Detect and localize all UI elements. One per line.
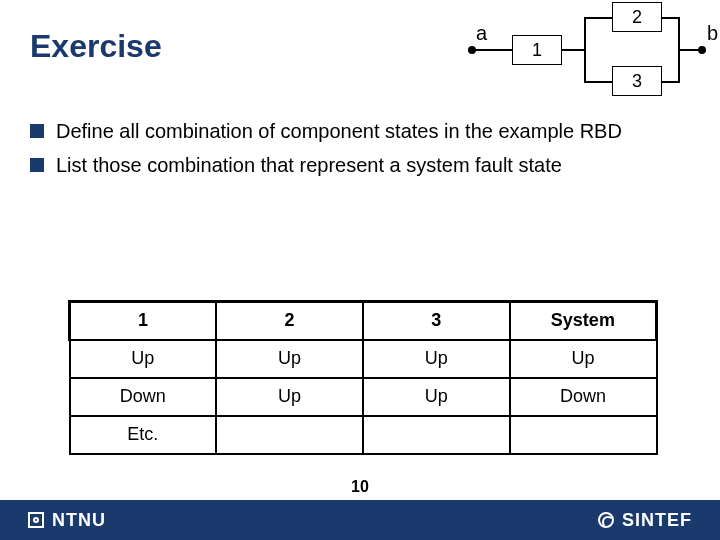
- rbd-box-3: 3: [612, 66, 662, 96]
- table-cell: [363, 416, 510, 454]
- rbd-label-b: b: [707, 22, 718, 45]
- bullet-list: Define all combination of component stat…: [30, 118, 690, 186]
- table-cell: Etc.: [70, 416, 217, 454]
- rbd-label-a: a: [476, 22, 487, 45]
- table-cell: Up: [510, 340, 657, 378]
- footer-bar: NTNU SINTEF: [0, 500, 720, 540]
- page-title: Exercise: [30, 28, 162, 65]
- rbd-box-2: 2: [612, 2, 662, 32]
- rbd-wire: [584, 81, 612, 83]
- rbd-wire: [584, 17, 586, 83]
- table-cell: [510, 416, 657, 454]
- table-header: System: [510, 302, 657, 340]
- table-row: Down Up Up Down: [70, 378, 657, 416]
- table-cell: Up: [363, 378, 510, 416]
- table-header-row: 1 2 3 System: [70, 302, 657, 340]
- footer-left-label: NTNU: [52, 510, 106, 531]
- table-header: 2: [216, 302, 363, 340]
- footer-left: NTNU: [28, 510, 106, 531]
- table-cell: Up: [216, 340, 363, 378]
- state-table: 1 2 3 System Up Up Up Up Down Up Up Down…: [68, 300, 658, 455]
- page-number: 10: [351, 478, 369, 496]
- table-cell: [216, 416, 363, 454]
- table-row: Up Up Up Up: [70, 340, 657, 378]
- rbd-wire: [584, 17, 612, 19]
- rbd-wire: [472, 49, 512, 51]
- bullet-item: List those combination that represent a …: [30, 152, 690, 178]
- rbd-diagram: a b 1 2 3: [460, 2, 720, 102]
- table-cell: Up: [363, 340, 510, 378]
- footer-right-label: SINTEF: [622, 510, 692, 531]
- footer-right: SINTEF: [598, 510, 692, 531]
- sintef-logo-icon: [598, 512, 614, 528]
- slide: { "title": "Exercise", "rbd": { "a": "a"…: [0, 0, 720, 540]
- bullet-item: Define all combination of component stat…: [30, 118, 690, 144]
- rbd-box-1: 1: [512, 35, 562, 65]
- table-header: 1: [70, 302, 217, 340]
- rbd-wire: [678, 49, 702, 51]
- rbd-wire: [562, 49, 586, 51]
- ntnu-logo-icon: [28, 512, 44, 528]
- table-cell: Up: [216, 378, 363, 416]
- table-header: 3: [363, 302, 510, 340]
- table-cell: Up: [70, 340, 217, 378]
- table-cell: Down: [70, 378, 217, 416]
- table-cell: Down: [510, 378, 657, 416]
- table-row: Etc.: [70, 416, 657, 454]
